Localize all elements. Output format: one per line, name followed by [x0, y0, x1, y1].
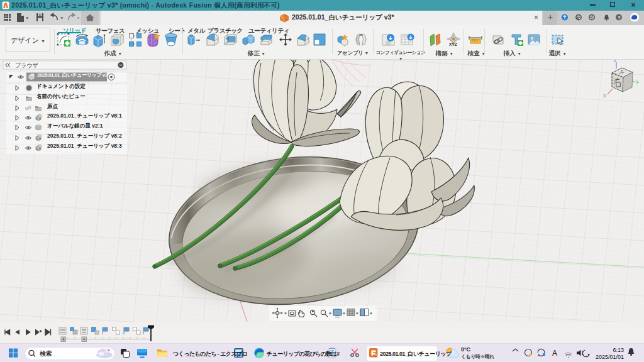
svg-text:X: X — [603, 94, 606, 98]
svg-text:Z: Z — [614, 60, 617, 63]
svg-text:A: A — [552, 349, 557, 358]
svg-text:XYZ: XYZ — [449, 42, 457, 47]
svg-text:PRO: PRO — [375, 354, 380, 357]
svg-text:?: ? — [618, 15, 621, 21]
